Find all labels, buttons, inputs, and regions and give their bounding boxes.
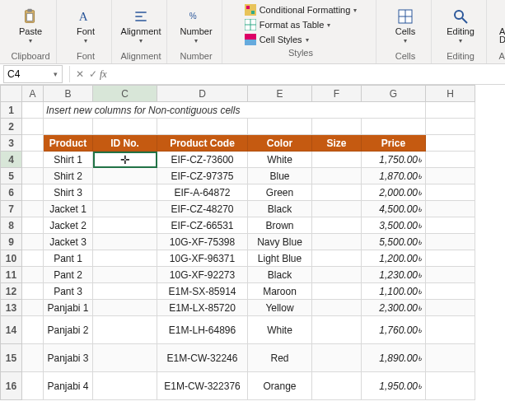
cell-idno[interactable] xyxy=(93,283,157,300)
editing-button[interactable]: Editing ▾ xyxy=(443,6,478,46)
cell-idno[interactable] xyxy=(93,372,157,400)
cell-code[interactable]: 10G-XF-96371 xyxy=(157,250,248,267)
cell-size[interactable] xyxy=(312,372,362,400)
font-button[interactable]: A Font ▾ xyxy=(73,6,98,46)
header-product[interactable]: Product xyxy=(44,135,93,152)
cell-price[interactable]: 1,950.00৳ xyxy=(362,372,426,400)
cell-code[interactable]: EIF-CZ-48270 xyxy=(157,201,248,217)
cell[interactable] xyxy=(426,119,475,135)
row-header[interactable]: 15 xyxy=(1,344,22,372)
row-header[interactable]: 1 xyxy=(1,102,22,119)
cell-color[interactable]: Brown xyxy=(248,217,312,234)
formula-input[interactable] xyxy=(110,68,505,81)
worksheet-grid[interactable]: A B C D E F G H 1 Insert new columns for… xyxy=(0,85,505,420)
cell[interactable] xyxy=(22,217,44,234)
cell[interactable] xyxy=(22,201,44,217)
row-header[interactable]: 6 xyxy=(1,184,22,201)
cell[interactable] xyxy=(426,316,475,344)
cell-price[interactable]: 1,760.00৳ xyxy=(362,316,426,344)
cell[interactable] xyxy=(362,119,426,135)
cell-product[interactable]: Shirt 3 xyxy=(44,184,93,201)
cell-size[interactable] xyxy=(312,250,362,267)
cell[interactable] xyxy=(157,119,248,135)
cell[interactable] xyxy=(22,283,44,300)
cell-color[interactable]: White xyxy=(248,152,312,168)
cell[interactable] xyxy=(426,152,475,168)
col-header[interactable]: E xyxy=(248,86,312,102)
header-color[interactable]: Color xyxy=(248,135,312,152)
col-header[interactable]: F xyxy=(312,86,362,102)
cell-size[interactable] xyxy=(312,217,362,234)
paste-button[interactable]: Paste ▾ xyxy=(16,6,45,46)
cell[interactable] xyxy=(426,135,475,152)
cell[interactable] xyxy=(22,168,44,184)
cell-product[interactable]: Pant 3 xyxy=(44,283,93,300)
cell-product[interactable]: Jacket 1 xyxy=(44,201,93,217)
cell-idno[interactable] xyxy=(93,344,157,372)
col-header[interactable]: B xyxy=(44,86,93,102)
cell-code[interactable]: E1M-CW-32246 xyxy=(157,344,248,372)
cell-size[interactable] xyxy=(312,344,362,372)
cell-product[interactable]: Jacket 3 xyxy=(44,234,93,250)
cell[interactable] xyxy=(426,168,475,184)
cell-idno[interactable]: ✛ xyxy=(93,152,157,168)
cell-price[interactable]: 1,750.00৳ xyxy=(362,152,426,168)
row-header[interactable]: 10 xyxy=(1,250,22,267)
cell-price[interactable]: 1,230.00৳ xyxy=(362,267,426,283)
cell-code[interactable]: EIF-CZ-97375 xyxy=(157,168,248,184)
row-header[interactable]: 4 xyxy=(1,152,22,168)
cell[interactable] xyxy=(426,283,475,300)
row-header[interactable]: 7 xyxy=(1,201,22,217)
cell-idno[interactable] xyxy=(93,217,157,234)
cell-idno[interactable] xyxy=(93,250,157,267)
cell-color[interactable]: Black xyxy=(248,201,312,217)
cell-color[interactable]: Yellow xyxy=(248,300,312,316)
cell-code[interactable]: 10G-XF-75398 xyxy=(157,234,248,250)
cell[interactable] xyxy=(426,372,475,400)
cell-price[interactable]: 1,100.00৳ xyxy=(362,283,426,300)
cell[interactable] xyxy=(426,102,475,119)
cell-product[interactable]: Pant 2 xyxy=(44,267,93,283)
cell-product[interactable]: Panjabi 1 xyxy=(44,300,93,316)
row-header[interactable]: 2 xyxy=(1,119,22,135)
cell-product[interactable]: Jacket 2 xyxy=(44,217,93,234)
cell-price[interactable]: 1,200.00৳ xyxy=(362,250,426,267)
alignment-button[interactable]: Alignment ▾ xyxy=(118,6,165,46)
cell[interactable] xyxy=(248,119,312,135)
row-header[interactable]: 3 xyxy=(1,135,22,152)
row-header[interactable]: 9 xyxy=(1,234,22,250)
cell-idno[interactable] xyxy=(93,267,157,283)
cell-size[interactable] xyxy=(312,283,362,300)
cell-size[interactable] xyxy=(312,300,362,316)
row-header[interactable]: 14 xyxy=(1,316,22,344)
conditional-formatting-button[interactable]: Conditional Formatting ▾ xyxy=(241,3,361,16)
cell[interactable] xyxy=(22,135,44,152)
cell[interactable] xyxy=(22,119,44,135)
select-all[interactable] xyxy=(1,86,22,102)
cells-button[interactable]: Cells ▾ xyxy=(392,6,418,46)
cell-code[interactable]: EIF-A-64872 xyxy=(157,184,248,201)
name-box-input[interactable] xyxy=(4,68,52,80)
cell[interactable] xyxy=(22,152,44,168)
format-as-table-button[interactable]: Format as Table ▾ xyxy=(241,18,361,31)
cell-code[interactable]: E1M-CW-322376 xyxy=(157,372,248,400)
row-header[interactable]: 5 xyxy=(1,168,22,184)
cell-color[interactable]: Maroon xyxy=(248,283,312,300)
cell-color[interactable]: Black xyxy=(248,267,312,283)
fx-icon[interactable]: fx xyxy=(100,68,107,81)
row-header[interactable]: 8 xyxy=(1,217,22,234)
analyze-data-button[interactable]: Analyze Data xyxy=(496,7,505,45)
enter-icon[interactable]: ✓ xyxy=(87,68,100,80)
cell[interactable] xyxy=(426,344,475,372)
cell[interactable] xyxy=(426,234,475,250)
header-idno[interactable]: ID No. xyxy=(93,135,157,152)
cell-product[interactable]: Panjabi 4 xyxy=(44,372,93,400)
cell-idno[interactable] xyxy=(93,316,157,344)
cell-code[interactable]: E1M-LH-64896 xyxy=(157,316,248,344)
cell[interactable] xyxy=(22,234,44,250)
cell[interactable] xyxy=(22,300,44,316)
cell-color[interactable]: Green xyxy=(248,184,312,201)
cell-product[interactable]: Shirt 1 xyxy=(44,152,93,168)
cell-price[interactable]: 2,300.00৳ xyxy=(362,300,426,316)
cell[interactable] xyxy=(22,267,44,283)
